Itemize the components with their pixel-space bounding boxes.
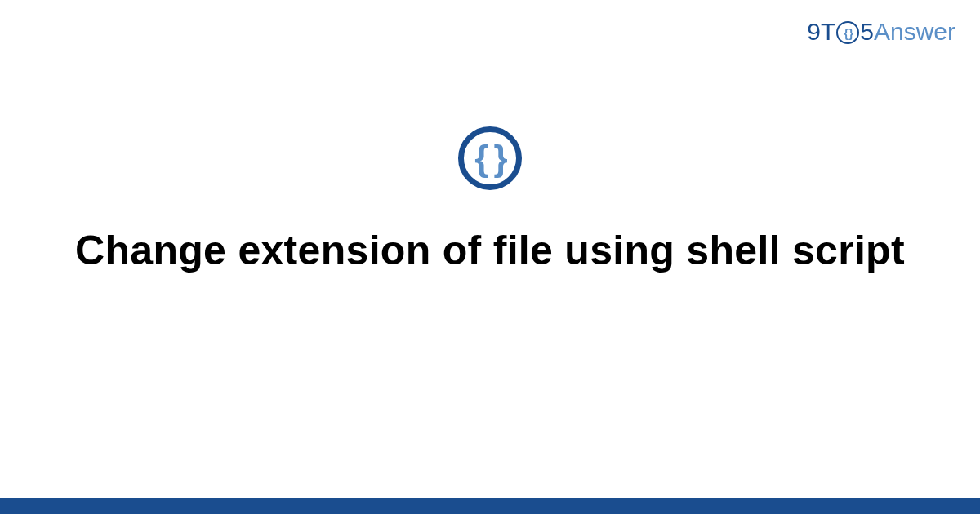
logo-nine: 9 xyxy=(807,18,821,46)
code-braces-icon: { } xyxy=(458,126,522,190)
logo-answer: Answer xyxy=(874,18,956,46)
logo-five: 5 xyxy=(860,18,874,46)
page-title: Change extension of file using shell scr… xyxy=(49,224,931,277)
logo-braces-icon: { } xyxy=(844,26,852,40)
logo-circle-icon: { } xyxy=(836,21,859,44)
bottom-accent-bar xyxy=(0,498,980,514)
braces-glyph: { } xyxy=(474,138,505,179)
site-logo: 9 T { } 5 Answer xyxy=(807,18,956,46)
logo-t: T xyxy=(821,18,835,46)
